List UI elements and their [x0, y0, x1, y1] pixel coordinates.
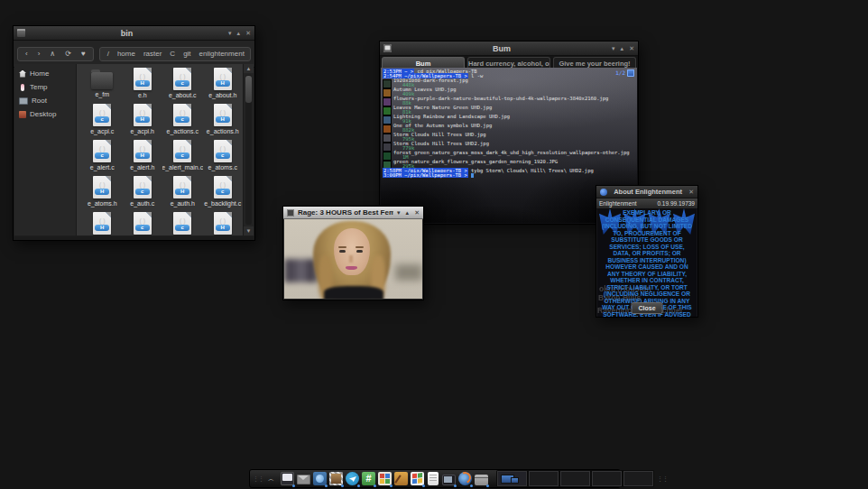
file-item[interactable]: ce_acpi.c	[82, 104, 123, 140]
close-button[interactable]: ✕	[414, 206, 420, 219]
refresh-icon[interactable]: ⟳	[65, 50, 71, 59]
video-frame[interactable]	[284, 219, 422, 299]
shelf: ⋮⋮ ︿ ⋮⋮	[249, 469, 621, 488]
file-icon: c	[93, 140, 111, 162]
close-dialog-button[interactable]: Close	[631, 302, 662, 314]
file-name: e_auth.c	[130, 200, 154, 207]
file-item[interactable]: He_about.h	[203, 68, 244, 104]
maximize-button[interactable]: ▴	[621, 42, 624, 55]
mail-icon[interactable]	[297, 475, 310, 484]
document-icon[interactable]	[428, 472, 439, 485]
pager-desktop-1[interactable]	[497, 471, 527, 486]
file-name: e_auth.h	[171, 200, 195, 207]
file-item[interactable]: ce_auth.c	[123, 176, 163, 212]
file-item[interactable]: He_bg.h	[203, 212, 244, 235]
file-name: e_alert.h	[130, 164, 154, 171]
file-item[interactable]: He_acpi.h	[123, 104, 163, 140]
file-ext-badge: c	[95, 116, 109, 123]
forward-icon[interactable]: ›	[38, 50, 41, 59]
up-icon[interactable]: ∧	[50, 50, 55, 59]
maximize-button[interactable]: ▴	[406, 206, 410, 219]
terminal-titlebar[interactable]: Bum ▾ ▴ ✕	[380, 42, 638, 56]
window-menu-icon[interactable]	[17, 29, 25, 37]
telegram-icon[interactable]	[346, 472, 359, 485]
breadcrumb-segment[interactable]: /	[107, 50, 109, 59]
file-manager-titlebar[interactable]: bin ▾ ▴ ✕	[14, 26, 254, 41]
apps-icon[interactable]	[411, 472, 424, 485]
scrollbar[interactable]: ▲ ▼	[243, 64, 254, 235]
file-thumbnail-icon	[383, 88, 392, 97]
file-icon: c	[134, 212, 152, 235]
breadcrumb-segment[interactable]: home	[117, 50, 135, 59]
shelf-grip-icon[interactable]: ⋮⋮	[657, 476, 668, 482]
file-item[interactable]: ce_backlight_ma	[123, 212, 163, 235]
minimize-button[interactable]: ▾	[397, 206, 401, 219]
file-item[interactable]: He_auth.h	[162, 176, 203, 212]
file-item[interactable]: He_backlight.h	[82, 212, 123, 235]
favorites-icon[interactable]: ♥	[81, 50, 86, 59]
file-item[interactable]: He.h	[123, 68, 163, 104]
scroll-up-icon[interactable]: ▲	[244, 64, 254, 73]
terminology-icon[interactable]	[281, 472, 294, 485]
maximize-button[interactable]: ▴	[237, 26, 241, 40]
video-titlebar[interactable]: Rage: 3 HOURS of Best Female Voc.... ▾ ▴…	[283, 207, 423, 219]
sidebar-item-home[interactable]: Home	[14, 67, 76, 80]
file-item[interactable]: He_actions.h	[203, 104, 244, 140]
archive-icon[interactable]	[475, 475, 488, 485]
firefox-icon[interactable]	[458, 472, 472, 485]
image-viewer-icon[interactable]	[329, 472, 343, 485]
shelf-autohide-icon[interactable]: ︿	[268, 475, 274, 484]
file-item[interactable]: ce_alert_main.c	[162, 140, 203, 176]
back-icon[interactable]: ‹	[25, 50, 28, 59]
file-item[interactable]: ce_atoms.c	[203, 140, 244, 176]
file-item[interactable]: ce_backlight.c	[203, 176, 244, 212]
pager-desktop-2[interactable]	[529, 471, 559, 486]
about-titlebar[interactable]: About Enlightenment ✕	[596, 186, 697, 198]
scrollbar-track[interactable]	[245, 75, 252, 225]
breadcrumb-segment[interactable]: raster	[143, 50, 162, 59]
breadcrumb-segment[interactable]: git	[183, 50, 190, 59]
minimize-button[interactable]: ▾	[612, 42, 615, 55]
file-thumbnail-icon	[383, 125, 392, 134]
tv-icon[interactable]	[442, 475, 456, 485]
irc-icon[interactable]	[362, 472, 375, 485]
file-ext-badge: H	[216, 80, 230, 87]
tab-overview-icon[interactable]	[627, 69, 634, 77]
file-item[interactable]: He_atoms.h	[82, 176, 123, 212]
sidebar-item-desktop[interactable]: Desktop	[14, 107, 76, 121]
close-button[interactable]: ✕	[629, 42, 634, 55]
shell-command: tybg Storm\ Clouds\ Hill\ Trees\ UHD2.jp…	[468, 168, 594, 173]
sidebar-item-temp[interactable]: Temp	[14, 80, 76, 94]
background-bokeh	[395, 264, 422, 281]
desktop[interactable]: bin ▾ ▴ ✕ ‹›∧⟳♥ /homerasterCgitenlighten…	[0, 0, 868, 489]
web-browser-icon[interactable]	[313, 472, 327, 485]
file-item[interactable]: e_fm	[82, 68, 123, 104]
sidebar-item-root[interactable]: Root	[14, 94, 76, 107]
pager-desktop-5[interactable]	[623, 471, 653, 486]
shelf-grip-icon[interactable]: ⋮⋮	[253, 476, 263, 482]
close-button[interactable]: ✕	[245, 26, 251, 40]
pager-desktop-4[interactable]	[592, 471, 622, 486]
breadcrumb-segment[interactable]: C	[170, 50, 175, 59]
file-item[interactable]: ce_actions.c	[162, 104, 203, 140]
close-button[interactable]: ✕	[688, 185, 694, 198]
scrollbar-thumb[interactable]	[245, 76, 252, 103]
breadcrumb-segment[interactable]: enlightenment	[199, 50, 245, 59]
file-icon: H	[134, 140, 152, 162]
file-item[interactable]: ce_alert.c	[82, 140, 123, 176]
graphics-editor-icon[interactable]	[378, 472, 392, 485]
file-item[interactable]: ce_about.c	[162, 68, 203, 104]
file-list-area[interactable]: e_fmHe.hce_about.cHe_about.hce_acpi.cHe_…	[77, 64, 243, 235]
file-ext-badge: c	[175, 80, 189, 87]
file-item[interactable]: He_alert.h	[123, 140, 163, 176]
scroll-down-icon[interactable]: ▼	[244, 226, 254, 235]
file-icon: c	[134, 176, 152, 198]
pager-desktop-3[interactable]	[560, 471, 590, 486]
paint-icon[interactable]	[394, 472, 408, 485]
file-name: e_about.c	[169, 92, 197, 98]
minimize-button[interactable]: ▾	[228, 26, 232, 40]
shell-prompt: 3:00PM ~/pix/Wallpapers-TB >	[383, 172, 468, 178]
file-ext-badge: c	[135, 189, 150, 195]
file-item[interactable]: ce_bg.c	[162, 212, 203, 235]
terminal-line: 3:00PM ~/pix/Wallpapers-TB >	[383, 173, 635, 178]
